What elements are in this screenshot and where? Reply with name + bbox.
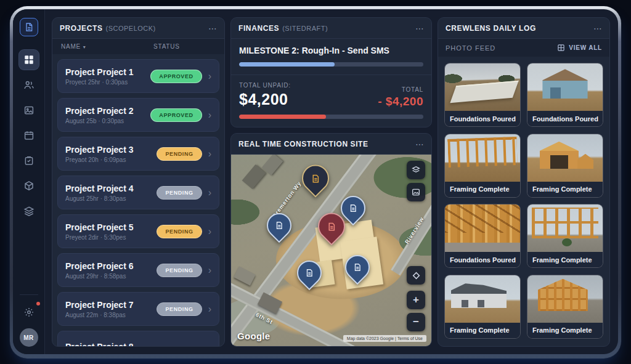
sidebar-item-calendar[interactable] — [19, 126, 39, 145]
sidebar-item-media[interactable] — [19, 100, 39, 120]
unpaid-progress-fill — [239, 115, 326, 119]
photo-feed-label: PHOTO FEED — [446, 44, 495, 52]
project-name: Project Project 2 — [65, 106, 150, 116]
project-row[interactable]: Project Project 6 August 29hr · 8:58pas … — [57, 253, 219, 287]
photo-thumbnail — [527, 63, 603, 111]
photo-card[interactable]: Foundations Poured — [527, 63, 603, 127]
image-card-icon — [23, 105, 35, 116]
projects-title: PROJECTS — [60, 24, 102, 33]
chevron-right-icon: › — [208, 110, 211, 121]
photo-thumbnail — [527, 204, 603, 252]
projects-list: Project Project 1 Proyect 25hr · 0:30pas… — [52, 54, 224, 346]
project-meta: August 25b · 0:30pas — [65, 118, 150, 124]
gallery-icon — [557, 44, 565, 52]
map-panel: REAL TIME CONSTRUCTION SITE ⋯ Bremerton … — [230, 133, 432, 347]
photo-thumbnail — [445, 134, 520, 182]
project-row[interactable]: Project Project 4 August 25hr · 8:30pas … — [57, 176, 219, 209]
column-status: STATUS — [153, 43, 216, 50]
crewlens-panel-header: CREWLENS DAILY LOG ⋯ — [438, 18, 609, 39]
satellite-map[interactable]: Bremerton Wy 6th St Riverview — [231, 155, 431, 346]
user-avatar[interactable]: MR — [20, 328, 38, 347]
sidebar-item-integrations[interactable] — [19, 176, 39, 196]
project-row[interactable]: Project Project 7 August 22m · 8:38pas P… — [57, 292, 219, 326]
diamond-icon — [412, 271, 421, 280]
status-badge: PENDING — [157, 302, 202, 316]
photo-caption: Framing Complete — [445, 182, 520, 197]
map-pin-documents[interactable] — [262, 208, 297, 243]
finances-panel: FINANCES (SITEDRAFT) ⋯ MILESTONE 2: Roug… — [230, 17, 432, 127]
sidebar-item-layers[interactable] — [19, 201, 39, 221]
sidebar-item-tasks[interactable] — [19, 151, 39, 171]
photo-card[interactable]: Framing Complete — [527, 134, 603, 198]
dashboard-screen: MR PROJECTS (SCOPELOCK) ⋯ NAME ▾ STATUS … — [13, 9, 618, 354]
chevron-right-icon: › — [208, 304, 211, 315]
photo-thumbnail — [527, 134, 603, 182]
photo-caption: Foundations Poured — [527, 111, 603, 126]
photo-card[interactable]: Framing Complete — [527, 204, 603, 268]
project-row[interactable]: Project Project 8 › — [57, 331, 219, 346]
map-menu-icon[interactable]: ⋯ — [415, 141, 424, 147]
photo-caption: Foundations Poured — [445, 252, 520, 267]
zoom-in-button[interactable]: + — [407, 291, 425, 309]
status-badge: APPROVED — [150, 70, 202, 83]
photo-card[interactable]: Framing Complete — [444, 275, 521, 339]
document-icon — [353, 263, 362, 272]
dashboard-content: PROJECTS (SCOPELOCK) ⋯ NAME ▾ STATUS Pro… — [45, 9, 618, 354]
milestone-progress-track — [239, 62, 423, 67]
projects-panel: PROJECTS (SCOPELOCK) ⋯ NAME ▾ STATUS Pro… — [52, 17, 225, 347]
zoom-out-button[interactable]: − — [407, 313, 425, 331]
sidebar-item-dashboard[interactable] — [19, 50, 39, 70]
status-badge: PENDING — [157, 264, 202, 277]
status-badge: PENDING — [157, 147, 202, 161]
map-pin-documents[interactable] — [296, 159, 334, 197]
project-name: Project Project 7 — [65, 300, 152, 310]
projects-menu-icon[interactable]: ⋯ — [208, 25, 217, 31]
app-logo[interactable] — [20, 18, 38, 36]
document-icon — [311, 174, 320, 183]
sidebar-item-team[interactable] — [19, 75, 39, 95]
unpaid-label: TOTAL UNPAID: — [239, 82, 291, 89]
finances-menu-icon[interactable]: ⋯ — [415, 25, 424, 31]
photo-thumbnail — [445, 204, 520, 252]
status-badge: PENDING — [157, 225, 202, 238]
document-icon — [275, 221, 283, 230]
project-name: Project Project 5 — [65, 222, 152, 232]
photo-card[interactable]: Foundations Poured — [444, 204, 521, 268]
chevron-right-icon: › — [208, 226, 211, 237]
crewlens-menu-icon[interactable]: ⋯ — [593, 25, 602, 31]
sidebar-item-settings[interactable] — [19, 302, 39, 322]
map-attribution: Map data ©2023 Google | Terms of Use — [343, 335, 426, 342]
calendar-icon — [23, 130, 35, 141]
project-name: Project Project 1 — [65, 67, 150, 77]
photo-card[interactable]: Framing Complete — [527, 275, 603, 339]
map-imagery-button[interactable] — [407, 183, 425, 201]
notification-dot — [36, 302, 40, 305]
map-pan-button[interactable] — [407, 266, 425, 285]
milestone-progress-fill — [239, 62, 335, 67]
map-panel-header: REAL TIME CONSTRUCTION SITE ⋯ — [231, 134, 431, 155]
photo-caption: Framing Complete — [527, 182, 603, 197]
chevron-right-icon: › — [208, 187, 211, 198]
sidebar: MR — [13, 9, 45, 354]
document-icon — [349, 204, 357, 212]
divider — [231, 75, 431, 75]
project-row[interactable]: Project Project 3 Preyaot 20h · 6:09pas … — [57, 137, 219, 171]
project-row[interactable]: Project Project 2 August 25b · 0:30pas A… — [57, 98, 219, 132]
status-badge: APPROVED — [150, 108, 202, 122]
chevron-right-icon: › — [208, 148, 211, 160]
project-meta: Preyaot 20h · 6:09pas — [65, 156, 152, 163]
column-name[interactable]: NAME ▾ — [61, 43, 153, 50]
photo-card[interactable]: Framing Complete — [444, 134, 521, 198]
project-row[interactable]: Project Project 1 Proyect 25hr · 0:30pas… — [57, 59, 219, 93]
project-name: Project Project 8 — [65, 342, 152, 346]
milestone-label: MILESTONE 2: Rough-In - Send SMS — [239, 46, 423, 55]
project-meta: Preyeot 2dir · 5:30pes — [65, 234, 152, 241]
map-layers-button[interactable] — [407, 161, 425, 179]
crewlens-panel: CREWLENS DAILY LOG ⋯ PHOTO FEED VIEW ALL… — [438, 17, 610, 347]
photo-card[interactable]: Foundations Poured — [444, 63, 521, 127]
view-all-button[interactable]: VIEW ALL — [557, 44, 602, 52]
photo-caption: Framing Complete — [527, 323, 603, 338]
project-row[interactable]: Project Project 5 Preyeot 2dir · 5:30pes… — [57, 214, 219, 248]
total-value: - $4,200 — [378, 95, 423, 108]
map-title: REAL TIME CONSTRUCTION SITE — [238, 140, 368, 148]
